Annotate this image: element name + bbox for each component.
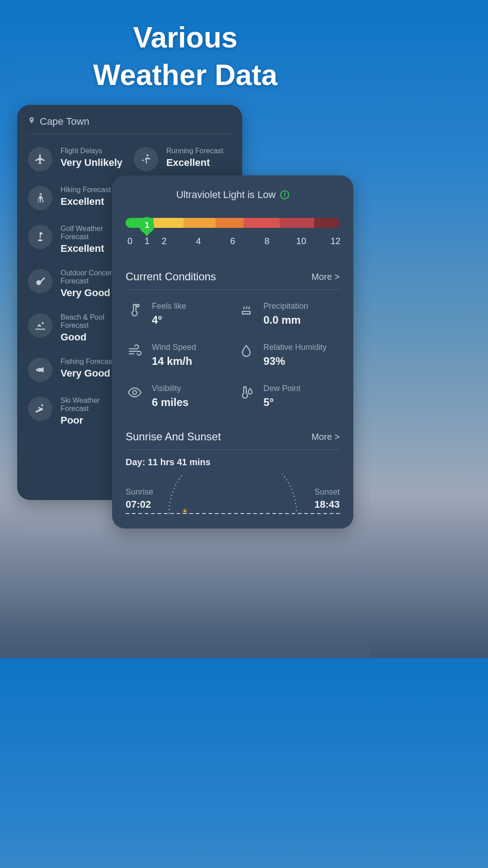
activity-item[interactable]: Ski Weather Forecast Poor xyxy=(28,396,126,426)
condition-label: Wind Speed xyxy=(152,343,196,352)
airplane-icon xyxy=(28,147,52,171)
svg-point-5 xyxy=(38,369,39,370)
guitar-icon xyxy=(28,269,52,293)
thermometer-icon xyxy=(126,302,144,318)
activity-value: Excellent xyxy=(61,196,111,208)
condition-value: 0.0 mm xyxy=(263,314,308,326)
swim-icon xyxy=(28,313,52,338)
svg-point-4 xyxy=(42,322,43,324)
uv-tick: 10 xyxy=(296,236,306,246)
uv-ticks: 01246810121 xyxy=(126,233,340,250)
activity-item[interactable]: Flight Delays Very Unlikely xyxy=(28,147,126,171)
sunrise-label: Sunrise xyxy=(126,487,153,497)
svg-point-2 xyxy=(38,240,43,241)
sun-labels: Sunrise 07:02 Sunset 18:43 xyxy=(126,487,340,510)
humidity-icon xyxy=(237,343,255,359)
running-icon xyxy=(134,147,158,171)
condition-value: 5° xyxy=(263,396,300,409)
sunset-value: 18:43 xyxy=(314,499,340,510)
uv-scale-bar xyxy=(126,218,340,228)
location-name: Cape Town xyxy=(40,116,89,127)
activity-item[interactable]: Hiking Forecast Excellent xyxy=(28,186,126,210)
location-icon xyxy=(28,116,35,127)
ski-icon xyxy=(28,396,52,421)
golf-icon xyxy=(28,225,52,249)
uv-block: Ultraviolet Light is Low ! 01246810121 xyxy=(126,189,340,250)
uv-tick: 2 xyxy=(162,236,167,246)
activity-item[interactable]: Running Forecast Excellent xyxy=(134,147,231,171)
activity-item[interactable]: Golf Weather Forecast Excellent xyxy=(28,225,126,255)
condition-label: Relative Humidity xyxy=(263,343,327,352)
dewpoint-icon xyxy=(237,384,255,400)
uv-tick: 12 xyxy=(330,236,340,246)
conditions-header: Current Conditions More > xyxy=(126,270,340,290)
uv-title-text: Ultraviolet Light is Low xyxy=(176,189,276,201)
hero-line1: Various xyxy=(0,19,371,57)
activity-label: Fishing Forecast xyxy=(61,358,114,366)
condition-label: Precipitation xyxy=(263,302,308,311)
uv-tick: 1 xyxy=(145,236,150,246)
activity-label: Flight Delays xyxy=(61,147,122,155)
condition-item: Wind Speed 14 km/h xyxy=(126,343,228,368)
location-row[interactable]: Cape Town xyxy=(28,112,231,134)
svg-point-6 xyxy=(41,405,43,406)
activity-label: Hiking Forecast xyxy=(61,186,111,194)
visibility-icon xyxy=(126,384,144,400)
fish-icon xyxy=(28,358,52,382)
day-length: Day: 11 hrs 41 mins xyxy=(126,457,340,467)
activity-value: Very Good xyxy=(61,368,114,379)
condition-label: Dew Point xyxy=(263,384,300,393)
sun-header: Sunrise And Sunset More > xyxy=(126,430,340,450)
wind-icon xyxy=(126,343,144,359)
condition-item: Visibility 6 miles xyxy=(126,384,228,409)
condition-value: 14 km/h xyxy=(152,355,196,368)
hiking-icon xyxy=(28,186,52,210)
hero-line2: Weather Data xyxy=(0,57,371,94)
sunset-label: Sunset xyxy=(314,487,340,497)
activity-item[interactable]: Fishing Forecast Very Good xyxy=(28,358,126,382)
condition-label: Feels like xyxy=(152,302,186,311)
condition-value: 4° xyxy=(152,314,186,326)
uv-tick: 6 xyxy=(230,236,235,246)
condition-value: 93% xyxy=(263,355,327,368)
precipitation-icon xyxy=(237,302,255,318)
condition-item: Feels like 4° xyxy=(126,302,228,326)
svg-point-8 xyxy=(133,391,137,395)
sun-title: Sunrise And Sunset xyxy=(126,430,221,443)
info-icon[interactable]: ! xyxy=(280,190,289,199)
activity-value: Very Unlikely xyxy=(61,157,122,169)
svg-point-7 xyxy=(136,305,139,307)
uv-title: Ultraviolet Light is Low ! xyxy=(126,189,340,201)
uv-tick: 8 xyxy=(264,236,269,246)
uv-tick: 4 xyxy=(196,236,201,246)
sunrise-value: 07:02 xyxy=(126,499,153,510)
conditions-title: Current Conditions xyxy=(126,270,216,283)
condition-item: Relative Humidity 93% xyxy=(237,343,340,368)
conditions-card: Ultraviolet Light is Low ! 01246810121 C… xyxy=(112,175,353,528)
condition-value: 6 miles xyxy=(152,396,188,409)
activity-value: Excellent xyxy=(166,157,223,169)
conditions-more-link[interactable]: More > xyxy=(311,272,340,282)
condition-item: Precipitation 0.0 mm xyxy=(237,302,340,326)
svg-point-3 xyxy=(36,280,41,285)
activity-label: Running Forecast xyxy=(166,147,223,155)
svg-point-1 xyxy=(40,193,42,195)
hero-title: Various Weather Data xyxy=(0,0,371,94)
uv-tick: 0 xyxy=(127,236,132,246)
uv-marker: 1 xyxy=(140,217,154,233)
condition-item: Dew Point 5° xyxy=(237,384,340,409)
activity-item[interactable]: Outdoor Concert Forecast Very Good xyxy=(28,269,126,299)
sun-more-link[interactable]: More > xyxy=(311,432,340,442)
condition-label: Visibility xyxy=(152,384,188,393)
activity-item[interactable]: Beach & Pool Forecast Good xyxy=(28,313,126,343)
svg-point-0 xyxy=(146,155,148,156)
